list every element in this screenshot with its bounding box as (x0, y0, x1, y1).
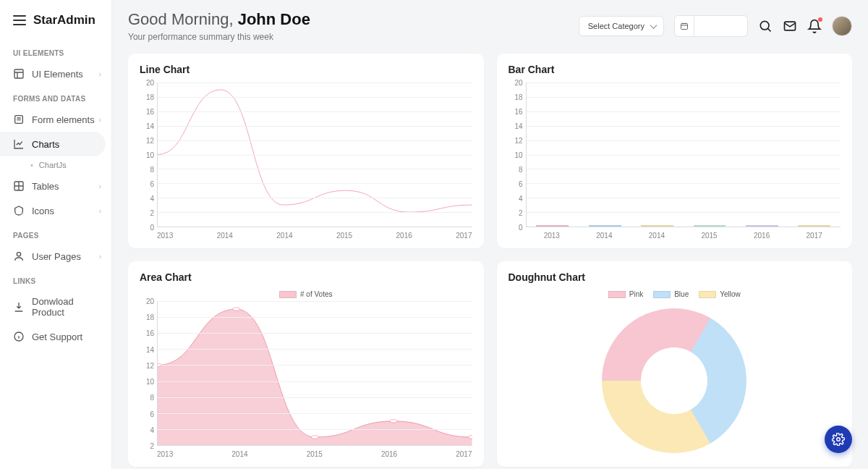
sidebar-item-donwload-product[interactable]: Donwload Product (0, 290, 111, 324)
sidebar-item-label: Charts (32, 139, 59, 150)
bar-chart: 20181614121086420 2013201420142015201620… (509, 83, 841, 240)
brand-text: StarAdmin (33, 13, 95, 28)
bar (746, 225, 778, 227)
legend-swatch (608, 291, 626, 298)
info-icon (13, 331, 25, 342)
sidebar-section-title: UI ELEMENTS (0, 41, 111, 62)
bar (536, 225, 569, 227)
page-greeting: Good Morning, John Doe (128, 10, 569, 29)
line-chart: 20181614121086420 2013201420142015201620… (140, 83, 472, 240)
search-icon[interactable] (758, 19, 773, 33)
area-chart-title: Area Chart (140, 271, 472, 283)
svg-point-6 (760, 21, 769, 30)
area-chart: 2018161412108642 20132014201520162017 (140, 301, 472, 458)
bar (694, 225, 726, 227)
sidebar-item-label: User Pages (32, 251, 81, 262)
legend-item: Pink (608, 290, 643, 298)
calendar-icon[interactable] (674, 15, 694, 37)
avatar[interactable] (832, 16, 852, 36)
table-icon (13, 180, 25, 192)
doughnut-chart-title: Doughnut Chart (509, 271, 841, 283)
user-icon (13, 250, 25, 262)
sidebar-item-label: Tables (32, 181, 59, 192)
line-chart-title: Line Chart (140, 64, 472, 75)
bar-chart-card: Bar Chart 20181614121086420 201320142014… (497, 54, 853, 248)
bar (641, 225, 673, 227)
chevron-right-icon: › (99, 182, 101, 190)
sidebar-item-tables[interactable]: Tables› (0, 174, 111, 198)
main: Good Morning, John Doe Your performance … (112, 0, 868, 469)
svg-point-13 (837, 438, 841, 441)
legend-label: Yellow (720, 290, 741, 298)
sidebar-item-user-pages[interactable]: User Pages› (0, 244, 111, 269)
sidebar-section-title: LINKS (0, 269, 111, 290)
bar-chart-title: Bar Chart (509, 64, 841, 75)
sidebar-section-title: FORMS AND DATAS (0, 86, 111, 107)
sidebar-item-icons[interactable]: Icons› (0, 198, 111, 223)
chevron-right-icon: › (99, 70, 101, 78)
form-icon (13, 114, 25, 125)
mail-icon[interactable] (783, 19, 797, 33)
date-input[interactable] (694, 15, 748, 37)
sidebar: StarAdmin UI ELEMENTSUI Elements›FORMS A… (0, 0, 112, 469)
bar (798, 225, 830, 227)
download-icon (13, 301, 25, 313)
sidebar-subitem[interactable]: ChartJs (0, 156, 111, 174)
area-legend-label: # of Votes (300, 290, 332, 298)
settings-fab[interactable] (825, 426, 852, 453)
legend-item: Yellow (699, 290, 741, 298)
brand: StarAdmin (0, 13, 111, 41)
svg-point-9 (233, 308, 240, 310)
greeting-name: John Doe (238, 10, 310, 28)
legend-item: Blue (653, 290, 689, 298)
sidebar-item-label: UI Elements (32, 69, 83, 80)
sidebar-item-label: Donwload Product (32, 296, 98, 318)
notification-dot (818, 17, 822, 22)
layout-icon (13, 68, 25, 80)
sidebar-item-label: Form elements (32, 114, 95, 125)
topbar: Good Morning, John Doe Your performance … (128, 10, 852, 42)
doughnut-legend: PinkBlueYellow (509, 290, 841, 298)
page-subtitle: Your performance summary this week (128, 32, 569, 42)
svg-point-10 (311, 436, 318, 439)
svg-point-3 (17, 253, 20, 256)
sidebar-item-charts[interactable]: Charts (0, 132, 106, 156)
area-legend-swatch (279, 291, 297, 298)
category-select[interactable]: Select Category (579, 16, 664, 36)
greeting-prefix: Good Morning, (128, 10, 234, 28)
legend-swatch (653, 291, 671, 298)
svg-rect-5 (681, 24, 688, 30)
legend-label: Blue (674, 290, 689, 298)
doughnut-chart (602, 308, 746, 453)
svg-point-11 (390, 420, 397, 423)
sidebar-item-form-elements[interactable]: Form elements› (0, 107, 111, 132)
sidebar-section-title: PAGES (0, 223, 111, 244)
chart-icon (13, 138, 25, 150)
area-chart-card: Area Chart # of Votes 2018161412108642 2… (128, 261, 484, 467)
chevron-right-icon: › (99, 207, 101, 215)
bar (589, 225, 621, 227)
svg-rect-0 (14, 69, 23, 78)
bell-icon[interactable] (807, 19, 822, 33)
hamburger-icon[interactable] (13, 15, 26, 25)
area-legend: # of Votes (140, 290, 472, 298)
legend-swatch (699, 291, 716, 298)
date-picker[interactable] (674, 15, 748, 37)
chevron-right-icon: › (99, 253, 101, 261)
chevron-right-icon: › (99, 116, 101, 124)
sidebar-item-label: Get Support (32, 331, 82, 342)
sidebar-item-label: Icons (32, 206, 54, 216)
sidebar-item-ui-elements[interactable]: UI Elements› (0, 62, 111, 86)
doughnut-chart-card: Doughnut Chart PinkBlueYellow (497, 261, 853, 467)
legend-label: Pink (629, 290, 643, 298)
line-chart-card: Line Chart 20181614121086420 20132014201… (128, 54, 484, 248)
icons-icon (13, 205, 25, 216)
sidebar-item-get-support[interactable]: Get Support (0, 324, 111, 349)
